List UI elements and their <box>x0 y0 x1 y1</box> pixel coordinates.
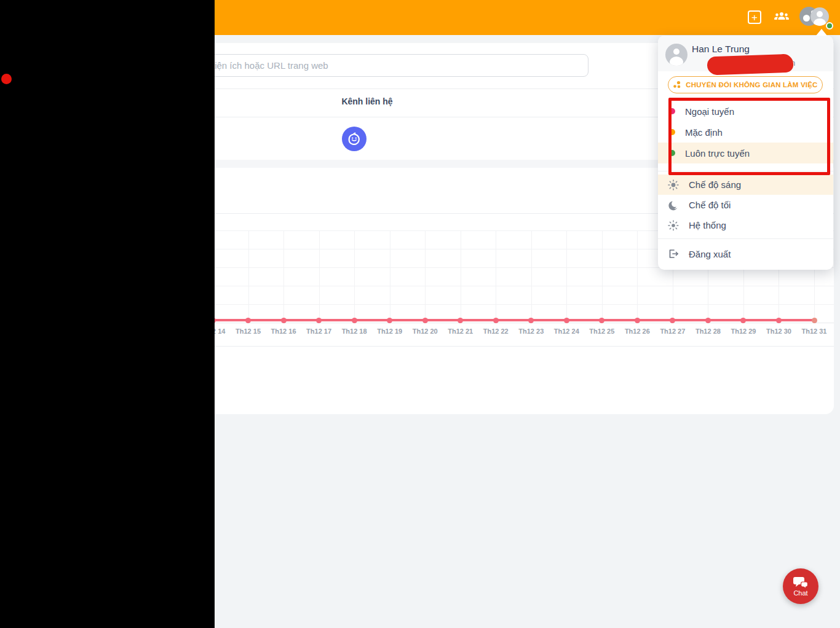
chart-x-tick-label: Th12 16 <box>264 328 303 335</box>
chart-data-point[interactable] <box>599 318 604 323</box>
chart-x-tick-label: Th12 20 <box>405 328 445 335</box>
chat-fab-button[interactable]: Chat <box>783 568 818 604</box>
chart-data-point[interactable] <box>564 318 569 323</box>
chart-gridline-v <box>461 230 461 323</box>
chart-gridline-v <box>354 230 355 323</box>
chart-gridline-v <box>425 230 426 323</box>
chart-gridline-v <box>602 230 603 323</box>
chart-data-point[interactable] <box>316 318 322 323</box>
menu-header: Han Le Trung n <box>658 36 833 71</box>
menu-item-logout[interactable]: Đăng xuất <box>658 242 833 265</box>
search-input[interactable] <box>203 54 588 77</box>
chart-x-tick-label: Th12 30 <box>759 328 798 335</box>
sun-icon <box>668 179 679 190</box>
menu-item-dark-mode[interactable]: Chế độ tối <box>658 195 833 215</box>
chat-bubbles-icon <box>792 576 809 590</box>
chart-data-point[interactable] <box>245 318 251 323</box>
chart-data-point[interactable] <box>352 318 357 323</box>
chart-gridline-v <box>531 230 532 323</box>
chart-x-tick-label: Th12 21 <box>441 328 480 335</box>
chart-x-tick-label: Th12 19 <box>370 328 410 335</box>
menu-item-light-mode[interactable]: Chế độ sáng <box>658 175 833 195</box>
annotation-highlight-box <box>668 98 830 175</box>
chart-x-tick-label: Th12 28 <box>688 328 727 335</box>
chart-data-point[interactable] <box>528 318 534 323</box>
chart-x-tick-label: Th12 23 <box>512 328 551 335</box>
people-icon <box>774 10 790 23</box>
chart-gridline-v <box>248 230 249 323</box>
screen: + Kênh liên hệ <box>0 0 840 628</box>
chart-x-tick-label: Th12 25 <box>582 328 622 335</box>
menu-item-system-theme[interactable]: Hệ thống <box>658 215 833 235</box>
chart-x-tick-label: Th12 24 <box>547 328 586 335</box>
chart-gridline-v <box>637 230 638 323</box>
chart-x-tick-label: Th12 17 <box>299 328 339 335</box>
chart-data-point[interactable] <box>387 318 392 323</box>
switch-workspace-button[interactable]: CHUYỂN ĐỔI KHÔNG GIAN LÀM VIỆC <box>668 76 823 93</box>
people-icon[interactable] <box>774 10 790 26</box>
livechat-smiley-icon <box>347 131 362 146</box>
chart-gridline-v <box>566 230 567 323</box>
redaction-overlay <box>0 0 215 628</box>
menu-item-label: Chế độ tối <box>689 200 731 210</box>
chart-data-point[interactable] <box>670 318 675 323</box>
chart-data-point[interactable] <box>812 318 817 323</box>
menu-item-label: Chế độ sáng <box>689 179 741 190</box>
user-name: Han Le Trung <box>692 44 750 55</box>
chart-x-tick-label: Th12 29 <box>724 328 763 335</box>
column-header-contact-channel: Kênh liên hệ <box>215 96 520 106</box>
chart-gridline-v <box>390 230 390 323</box>
chart-data-point[interactable] <box>635 318 640 323</box>
chart-x-tick-label: Th12 15 <box>229 328 268 335</box>
chart-data-point[interactable] <box>705 318 711 323</box>
chart-data-point[interactable] <box>458 318 463 323</box>
logout-icon <box>668 248 679 259</box>
chart-x-tick-label: Th12 26 <box>617 328 657 335</box>
menu-caret <box>816 29 827 36</box>
chart-gridline-v <box>283 230 284 323</box>
livechat-channel-button[interactable] <box>342 127 367 151</box>
switch-workspace-label: CHUYỂN ĐỔI KHÔNG GIAN LÀM VIỆC <box>686 81 817 88</box>
chart-data-point[interactable] <box>422 318 428 323</box>
chart-data-point[interactable] <box>493 318 499 323</box>
brightness-auto-icon <box>668 220 679 231</box>
add-widget-icon[interactable]: + <box>748 10 761 24</box>
chart-gridline-v <box>496 230 496 323</box>
menu-item-label: Hệ thống <box>689 220 726 230</box>
chart-data-point[interactable] <box>740 318 746 323</box>
workspace-dots-icon <box>673 80 681 89</box>
chart-x-tick-label: Th12 31 <box>794 328 834 335</box>
chart-x-tick-label: Th12 18 <box>335 328 374 335</box>
redaction-scribble <box>707 54 794 76</box>
annotation-red-dot <box>1 74 12 84</box>
menu-item-label: Đăng xuất <box>689 249 731 259</box>
chart-data-point[interactable] <box>776 318 782 323</box>
chart-x-tick-label: Th12 22 <box>476 328 515 335</box>
menu-avatar <box>665 44 687 66</box>
chart-data-point[interactable] <box>281 318 287 323</box>
moon-icon <box>668 200 679 211</box>
menu-divider <box>658 238 833 239</box>
account-avatar-button[interactable] <box>799 7 831 28</box>
chart-x-tick-label: Th12 27 <box>653 328 692 335</box>
chart-gridline-v <box>319 230 320 323</box>
chart-series-line <box>213 319 814 321</box>
chat-fab-label: Chat <box>793 589 807 597</box>
